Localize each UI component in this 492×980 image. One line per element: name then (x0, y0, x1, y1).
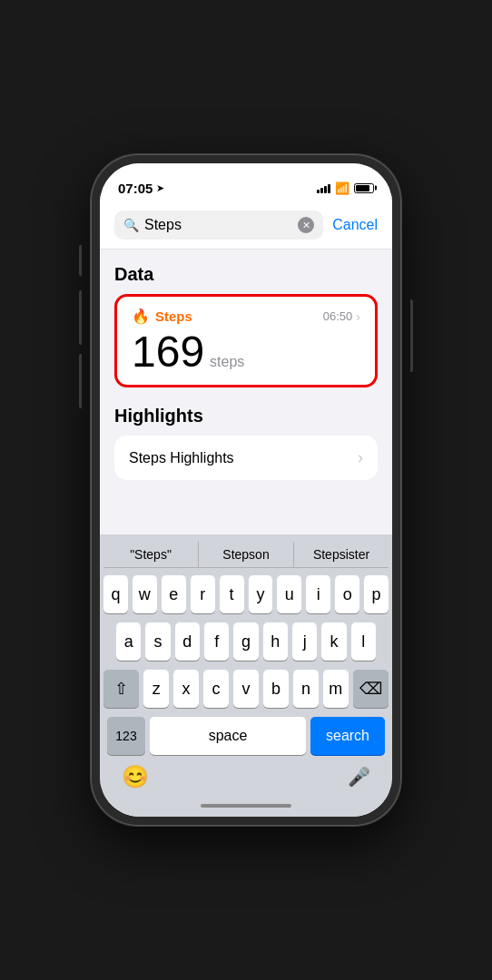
key-z[interactable]: z (143, 670, 169, 708)
key-x[interactable]: x (173, 670, 199, 708)
steps-unit: steps (210, 354, 244, 370)
steps-value-row: 169 steps (132, 330, 360, 374)
signal-icon (317, 182, 330, 193)
wifi-icon: 📶 (335, 181, 349, 195)
highlights-section-title: Highlights (114, 406, 378, 426)
key-h[interactable]: h (263, 622, 288, 661)
key-y[interactable]: y (249, 575, 273, 613)
key-a[interactable]: a (116, 622, 141, 661)
emoji-icon[interactable]: 😊 (122, 764, 149, 789)
key-t[interactable]: t (220, 575, 244, 613)
search-glass-icon: 🔍 (123, 218, 139, 232)
mute-button (79, 245, 82, 276)
autocomplete-row: "Steps" Stepson Stepsister (103, 542, 389, 568)
search-bar-container: 🔍 Steps ✕ Cancel (100, 203, 392, 250)
power-button (410, 299, 413, 372)
phone-screen: 07:05 ➤ 📶 🔍 Steps ✕ (100, 163, 392, 817)
key-c[interactable]: c (203, 670, 229, 708)
volume-up-button (79, 290, 82, 345)
key-r[interactable]: r (191, 575, 215, 613)
keyboard-row-3: ⇧ z x c v b n m ⌫ (103, 670, 389, 708)
keyboard: "Steps" Stepson Stepsister q w e r t y u… (100, 534, 392, 817)
content-area: Data 🔥 Steps 06:50 › 169 steps (100, 250, 392, 534)
key-e[interactable]: e (162, 575, 186, 613)
numeric-key[interactable]: 123 (107, 717, 145, 755)
key-i[interactable]: i (306, 575, 330, 613)
key-o[interactable]: o (335, 575, 359, 613)
status-time: 07:05 (118, 181, 153, 196)
key-l[interactable]: l (351, 622, 376, 661)
key-s[interactable]: s (145, 622, 170, 661)
search-clear-button[interactable]: ✕ (298, 217, 314, 233)
status-icons: 📶 (317, 181, 374, 195)
steps-title: Steps (155, 309, 192, 324)
data-section-title: Data (114, 264, 378, 285)
key-u[interactable]: u (277, 575, 301, 613)
chevron-right-icon: › (356, 309, 360, 324)
autocomplete-item-0[interactable]: "Steps" (103, 542, 199, 567)
key-p[interactable]: p (364, 575, 389, 613)
key-k[interactable]: k (321, 622, 346, 661)
key-v[interactable]: v (233, 670, 259, 708)
key-d[interactable]: d (175, 622, 200, 661)
highlights-item[interactable]: Steps Highlights › (114, 436, 378, 480)
home-indicator-area (103, 800, 389, 817)
shift-key[interactable]: ⇧ (103, 670, 139, 708)
keyboard-bottom-bar: 😊 🎤 (103, 759, 389, 800)
location-arrow-icon: ➤ (156, 182, 164, 194)
home-indicator-line (201, 804, 291, 808)
cancel-button[interactable]: Cancel (332, 217, 378, 233)
search-input[interactable]: Steps (144, 217, 292, 233)
highlights-item-label: Steps Highlights (129, 450, 234, 466)
highlights-chevron-icon: › (358, 448, 363, 467)
key-w[interactable]: w (133, 575, 157, 613)
key-n[interactable]: n (293, 670, 319, 708)
steps-number: 169 (132, 330, 204, 374)
key-j[interactable]: j (292, 622, 317, 661)
status-bar: 07:05 ➤ 📶 (100, 163, 392, 203)
key-m[interactable]: m (323, 670, 349, 708)
highlights-card[interactable]: Steps Highlights › (114, 436, 378, 480)
fire-icon: 🔥 (132, 308, 150, 325)
steps-time-row: 06:50 › (323, 309, 360, 324)
search-input-wrapper[interactable]: 🔍 Steps ✕ (114, 211, 323, 240)
search-key[interactable]: search (310, 717, 385, 755)
autocomplete-item-2[interactable]: Stepsister (294, 542, 389, 567)
keyboard-row-1: q w e r t y u i o p (103, 575, 389, 613)
volume-down-button (79, 354, 82, 408)
battery-icon (354, 183, 374, 193)
steps-title-row: 🔥 Steps (132, 308, 192, 325)
keyboard-bottom-row: 123 space search (103, 717, 389, 755)
microphone-icon[interactable]: 🎤 (348, 766, 370, 788)
delete-key[interactable]: ⌫ (353, 670, 389, 708)
autocomplete-item-1[interactable]: Stepson (199, 542, 294, 567)
phone-frame: 07:05 ➤ 📶 🔍 Steps ✕ (91, 154, 401, 826)
space-key[interactable]: space (150, 717, 306, 755)
steps-card-header: 🔥 Steps 06:50 › (132, 308, 360, 325)
steps-time: 06:50 (323, 309, 353, 323)
steps-card[interactable]: 🔥 Steps 06:50 › 169 steps (114, 294, 378, 387)
key-q[interactable]: q (103, 575, 128, 613)
key-g[interactable]: g (233, 622, 258, 661)
key-b[interactable]: b (263, 670, 289, 708)
keyboard-row-2: a s d f g h j k l (103, 622, 389, 661)
key-f[interactable]: f (204, 622, 229, 661)
